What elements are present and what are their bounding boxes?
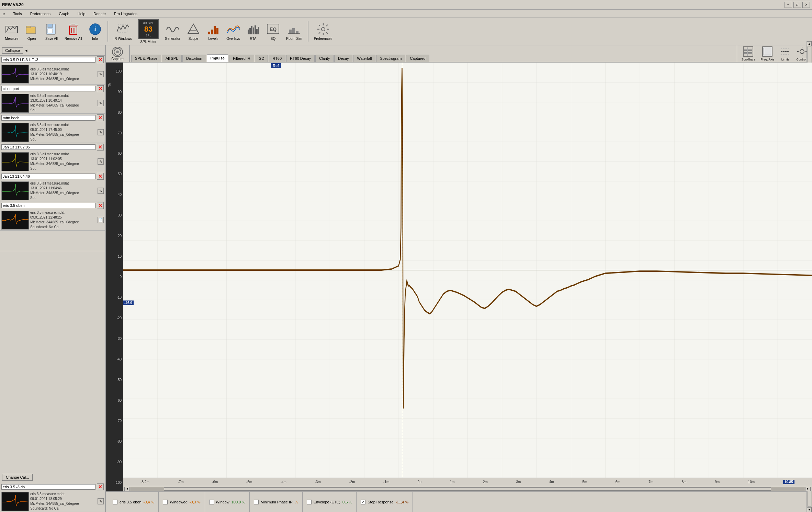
edit-measurement-button[interactable]: ✎	[98, 188, 104, 194]
x-scrollbar[interactable]: ◄ ►	[123, 486, 812, 491]
tab-rt60-decay[interactable]: RT60 Decay	[286, 55, 315, 62]
save-all-button[interactable]: Save All	[43, 21, 60, 42]
tab-gd[interactable]: GD	[255, 55, 268, 62]
menu-item-help[interactable]: Help	[76, 11, 87, 16]
tab-impulse[interactable]: Impulse	[207, 54, 229, 62]
menu-item-graph[interactable]: Graph	[57, 11, 71, 16]
value-label: -46.9	[123, 300, 134, 305]
delete-measurement-button[interactable]: ✕	[97, 173, 104, 180]
svg-rect-24	[253, 27, 254, 34]
envelope-checkbox[interactable]	[307, 500, 312, 504]
measurement-name-input[interactable]	[1, 144, 95, 150]
tab-decay[interactable]: Decay	[334, 55, 352, 62]
graph-main: Ref -46.9	[123, 63, 812, 491]
scroll-right-button[interactable]: ►	[805, 487, 811, 491]
measurement-name-input[interactable]	[1, 203, 95, 208]
menu-item-tools[interactable]: Tools	[12, 11, 23, 16]
collapse-arrow-icon: ◄	[24, 48, 28, 53]
svg-rect-2	[26, 26, 31, 28]
tab-filtered-ir[interactable]: Filtered IR	[229, 55, 254, 62]
svg-rect-19	[214, 26, 216, 34]
freq-axis-button[interactable]: Freq. Axis	[759, 45, 776, 62]
view-toolbar: Scrollbars Freq. Axis	[737, 45, 812, 62]
spl-display[interactable]: dB SPL 83 SPL	[138, 19, 159, 39]
eris-oben-checkbox[interactable]	[113, 500, 117, 504]
measure-button[interactable]: Measure	[3, 21, 21, 42]
svg-line-39	[319, 25, 320, 26]
spl-meter-button[interactable]: dB SPL 83 SPL SPL Meter	[136, 18, 161, 45]
tab-waterfall[interactable]: Waterfall	[353, 55, 375, 62]
eq-button[interactable]: EQ EQ	[264, 21, 282, 42]
measurement-name-input[interactable]	[1, 86, 95, 91]
delete-measurement-button[interactable]: ✕	[97, 56, 104, 63]
collapse-button[interactable]: Collapse	[2, 47, 23, 54]
graph-canvas[interactable]	[123, 63, 812, 478]
y-axis-value: 30	[107, 213, 122, 217]
x-axis-value: 7m	[649, 480, 653, 484]
delete-measurement-button[interactable]: ✕	[97, 202, 104, 209]
measurement-name-input[interactable]	[1, 174, 95, 179]
overlays-button[interactable]: Overlays	[224, 21, 242, 42]
room-sim-button[interactable]: Room Sim	[284, 21, 304, 42]
limits-button[interactable]: Limits	[778, 45, 792, 62]
menu-item-pro-upgrades[interactable]: Pro Upgrades	[113, 11, 139, 16]
tab-spectrogram[interactable]: Spectrogram	[376, 55, 405, 62]
y-axis-value: -10	[107, 296, 122, 299]
scope-button[interactable]: Scope	[184, 21, 202, 42]
tab-captured[interactable]: Captured	[406, 55, 429, 62]
edit-measurement-button[interactable]: ✎	[98, 100, 104, 106]
window-checkbox[interactable]	[209, 500, 214, 504]
delete-measurement-button[interactable]: ✕	[97, 483, 104, 490]
minimize-button[interactable]: −	[785, 2, 792, 8]
capture-button[interactable]: Capture	[106, 45, 130, 62]
windowed-checkbox[interactable]	[163, 500, 168, 504]
measurement-name-input[interactable]	[1, 115, 95, 121]
svg-rect-17	[208, 32, 210, 34]
scroll-track[interactable]	[130, 487, 805, 491]
main-layout: Collapse ◄ ✕ eris 3.5 al	[0, 45, 812, 512]
rta-button[interactable]: RTA	[244, 21, 262, 42]
x-axis: -8.2m -7m -6m -5m -4m -3m -2m -1m 0u 1m …	[123, 478, 812, 486]
edit-measurement-button[interactable]: ✎	[98, 129, 104, 135]
levels-button[interactable]: Levels	[204, 21, 222, 42]
svg-rect-22	[249, 28, 251, 34]
delete-measurement-button[interactable]: ✕	[97, 144, 104, 151]
menu-item-e[interactable]: e	[1, 11, 6, 16]
tab-distortion[interactable]: Distortion	[182, 55, 206, 62]
edit-measurement-button[interactable]: ✎	[98, 498, 104, 504]
edit-measurement-button[interactable]: ✎	[98, 158, 104, 165]
tab-spl-phase[interactable]: SPL & Phase	[131, 55, 161, 62]
scrollbars-icon	[743, 46, 754, 58]
measurement-info: eris 3.5 measure.mdat 09.01.2021 12:48:2…	[30, 210, 96, 230]
edit-measurement-button[interactable]: ✎	[98, 71, 104, 77]
ir-windows-button[interactable]: IR Windows	[112, 21, 134, 42]
delete-measurement-button[interactable]: ✕	[97, 114, 104, 121]
scroll-thumb[interactable]	[164, 487, 771, 491]
change-cal-button[interactable]: Change Cal...	[2, 474, 33, 481]
tab-clarity[interactable]: Clarity	[315, 55, 334, 62]
y-axis-value: -80	[107, 439, 122, 443]
info-button[interactable]: i Info	[86, 21, 104, 42]
min-phase-checkbox[interactable]	[254, 500, 259, 504]
generator-button[interactable]: Generator	[163, 21, 182, 42]
tab-rt60[interactable]: RT60	[269, 55, 285, 62]
measurement-name-input[interactable]	[1, 484, 95, 490]
scrollbars-button[interactable]: Scrollbars	[740, 45, 756, 62]
menu-item-preferences[interactable]: Preferences	[29, 11, 52, 16]
close-button[interactable]: ✕	[802, 2, 810, 8]
delete-measurement-button[interactable]: ✕	[97, 85, 104, 92]
open-button[interactable]: Open	[23, 21, 41, 42]
x-axis-value: -6m	[212, 480, 218, 484]
menu-item-donate[interactable]: Donate	[92, 11, 107, 16]
y-axis-value: 40	[107, 193, 122, 197]
preferences-button[interactable]: Preferences	[312, 21, 335, 42]
maximize-button[interactable]: □	[793, 2, 801, 8]
scroll-left-button[interactable]: ◄	[124, 487, 130, 491]
measurement-name-input[interactable]	[1, 57, 95, 63]
tab-all-spl[interactable]: All SPL	[162, 55, 182, 62]
step-response-checkbox[interactable]	[361, 500, 365, 504]
remove-all-button[interactable]: Remove All	[63, 21, 84, 42]
measurement-info: eris 3.5 all measure.mdat 13.01.2021 10:…	[30, 67, 96, 81]
list-item: ✕ eris 3.5 all measure.mdat 13.01.2021 1…	[0, 172, 105, 201]
room-sim-icon	[287, 22, 301, 36]
